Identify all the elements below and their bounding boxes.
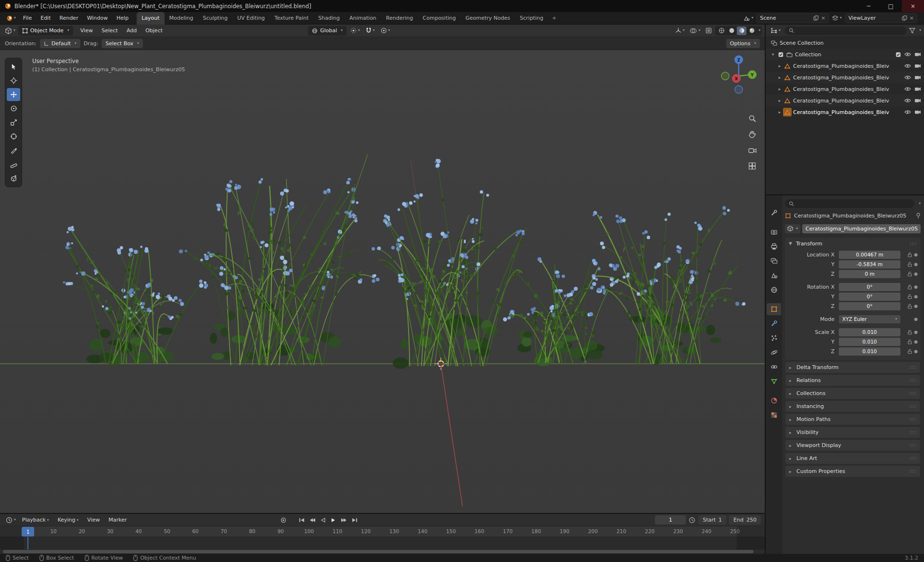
panel-collections[interactable]: ▸Collections∷∷ [785,388,920,399]
workspace-tab-scripting[interactable]: Scripting [515,12,548,25]
transform-field-scale-x[interactable]: 0.010 [839,328,900,336]
expand-caret-icon[interactable]: ▸ [776,75,783,80]
panel-drag-handle[interactable]: ∷∷ [909,456,916,461]
panel-drag-handle[interactable]: ∷∷ [909,430,916,435]
tab-constraints[interactable] [767,361,781,373]
tool-cursor[interactable] [7,74,20,87]
tool-add-cube[interactable] [7,172,20,185]
filter-funnel-icon[interactable] [909,28,915,34]
viewport-menu-object[interactable]: Object [141,25,167,37]
tool-measure[interactable] [7,158,20,171]
lock-icon[interactable] [908,304,912,309]
lock-icon[interactable] [908,349,912,354]
scene-selector[interactable]: Scene × [757,13,829,23]
lock-icon[interactable] [908,252,912,257]
previous-keyframe-button[interactable] [308,516,317,524]
timeline-scrollbar[interactable] [3,550,754,553]
panel-relations[interactable]: ▸Relations∷∷ [785,375,920,386]
shading-wireframe-button[interactable] [717,26,726,35]
workspace-tab-shading[interactable]: Shading [313,12,345,25]
collection-checkbox[interactable] [776,52,785,57]
tool-move[interactable] [7,88,20,101]
lock-icon[interactable] [908,339,912,345]
workspace-tab-geometry-nodes[interactable]: Geometry Nodes [461,12,515,25]
workspace-tab-layout[interactable]: Layout [137,12,164,25]
panel-drag-handle[interactable]: ∷∷ [909,391,916,396]
panel-visibility[interactable]: ▸Visibility∷∷ [785,427,920,438]
animate-dot-icon[interactable]: ● [914,317,918,321]
tab-object-data[interactable] [767,375,781,387]
start-frame-field[interactable]: Start 1 [698,515,726,524]
expand-caret-icon[interactable]: ▸ [776,98,783,103]
shading-solid-button[interactable] [727,26,736,35]
timeline-track[interactable] [0,537,765,549]
tab-output[interactable] [767,241,781,253]
orthographic-toggle-icon[interactable] [747,161,757,171]
hide-in-viewport-eye-icon[interactable] [904,98,911,103]
timeline-menu-view[interactable]: View [83,514,104,526]
lock-icon[interactable] [908,330,912,335]
playhead[interactable]: 1 [22,527,34,536]
timeline-editor-type-button[interactable]: ▾ [4,515,18,525]
tab-physics[interactable] [767,346,781,358]
orientation-dropdown[interactable]: Global ▾ [308,26,346,36]
panel-drag-handle[interactable]: ∷∷ [909,378,916,383]
hide-in-viewport-eye-icon[interactable] [904,64,911,68]
plant-object-2[interactable] [179,154,380,365]
workspace-tab-modeling[interactable]: Modeling [165,12,198,25]
snap-magnet-button[interactable]: ▾ [364,26,377,36]
tab-material[interactable] [767,395,781,407]
shading-rendered-button[interactable] [747,26,757,35]
outliner-row-object[interactable]: ▸Ceratostigma_Plumbaginoides_Bleiv [766,72,924,83]
new-viewlayer-icon[interactable] [902,15,907,21]
xray-toggle[interactable] [704,26,714,36]
maximize-button[interactable]: □ [880,0,902,12]
mode-dropdown[interactable]: Object Mode ▾ [18,26,73,36]
remove-viewlayer-icon[interactable]: × [910,15,914,21]
tab-modifiers[interactable] [767,318,781,330]
plant-object-3[interactable] [372,159,526,369]
animate-dot-icon[interactable]: ● [914,330,918,334]
overlays-dropdown[interactable]: ▾ [688,26,702,36]
animate-dot-icon[interactable]: ● [914,304,918,308]
tool-transform[interactable] [7,130,20,143]
hide-in-viewport-eye-icon[interactable] [904,52,911,57]
drag-mode-dropdown[interactable]: Select Box ▾ [102,39,143,48]
menu-file[interactable]: File [19,12,36,24]
pin-icon[interactable] [916,213,921,219]
tab-particles[interactable] [767,332,781,344]
properties-search-input[interactable] [785,199,914,208]
viewport-menu-add[interactable]: Add [122,25,141,37]
workspace-tab-compositing[interactable]: Compositing [418,12,461,25]
gizmos-dropdown[interactable]: ▾ [673,26,687,36]
viewport-menu-view[interactable]: View [76,25,97,37]
play-reverse-button[interactable] [318,516,328,524]
transform-panel-header[interactable]: ▼ Transform ∷∷ [785,238,921,249]
animate-dot-icon[interactable]: ● [914,252,918,257]
viewport-canvas[interactable]: User Perspective (1) Collection | Cerato… [0,50,765,513]
animate-dot-icon[interactable]: ● [914,339,918,344]
lock-icon[interactable] [908,284,912,290]
tab-object[interactable] [767,303,781,315]
animate-dot-icon[interactable]: ● [914,284,918,289]
plant-object-5[interactable] [592,206,746,365]
transform-field-location-x[interactable]: 0.00467 m [839,251,900,259]
outliner-editor-type-button[interactable]: ▾ [769,26,783,36]
lock-icon[interactable] [908,271,912,277]
timeline-ruler[interactable]: 1020304050607080901001101201301401501601… [0,526,765,537]
tab-view-layer[interactable] [767,255,781,267]
tab-scene[interactable] [767,269,781,281]
lock-icon[interactable] [908,294,912,299]
disable-in-render-camera-icon[interactable] [914,64,921,68]
plant-object-4[interactable] [503,257,619,366]
expand-caret-icon[interactable]: ▸ [776,110,783,115]
object-name-field[interactable]: Ceratostigma_Plumbaginoides_Bleiwurz05 [802,224,921,233]
minimize-button[interactable]: ─ [858,0,880,12]
current-frame-field[interactable]: 1 [655,515,686,524]
scene-browse-button[interactable]: ▾ [742,15,755,21]
transform-field-y[interactable]: 0° [839,293,900,301]
panel-custom-properties[interactable]: ▸Custom Properties∷∷ [785,466,920,477]
zoom-icon[interactable] [747,114,757,123]
panel-drag-handle[interactable]: ∷∷ [909,404,916,409]
menu-window[interactable]: Window [83,12,112,24]
